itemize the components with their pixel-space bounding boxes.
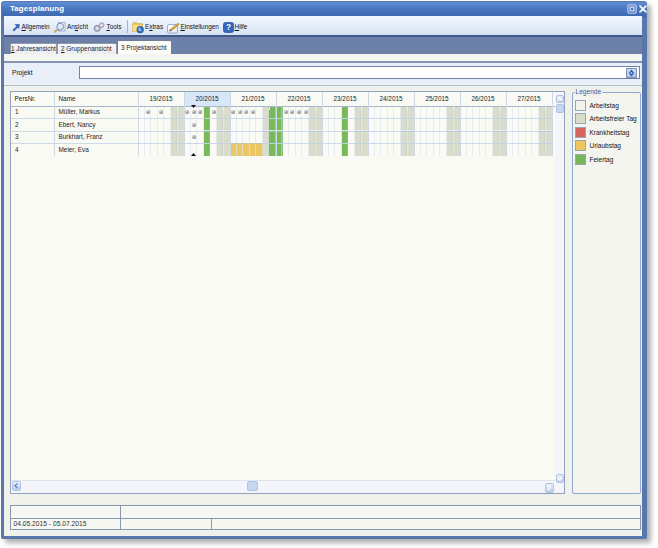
svg-text:?: ? <box>225 23 230 32</box>
